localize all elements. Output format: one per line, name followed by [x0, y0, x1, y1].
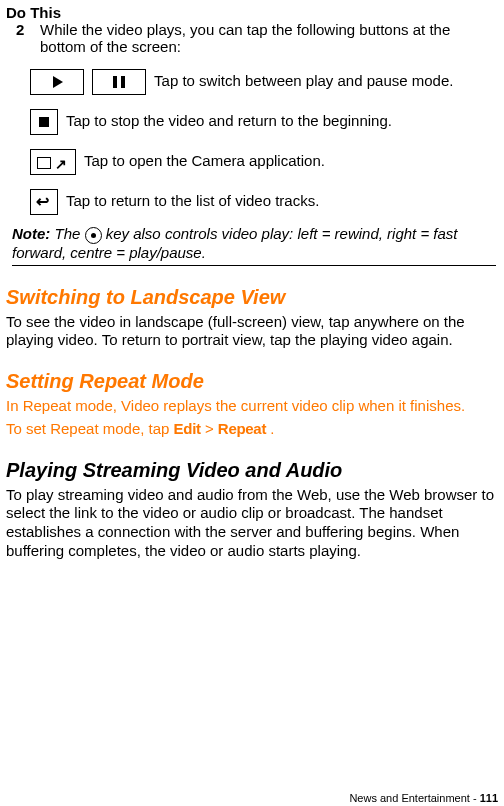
step-text: While the video plays, you can tap the f… — [40, 21, 496, 55]
do-this-label: Do This — [6, 4, 90, 21]
camera-icon[interactable]: ↗ — [30, 149, 76, 175]
repeat-set-prefix: To set Repeat mode, tap — [6, 420, 174, 437]
play-icon[interactable] — [30, 69, 84, 95]
footer-text: News and Entertainment - — [349, 792, 479, 804]
return-row: ↩ Tap to return to the list of video tra… — [30, 189, 496, 215]
return-icon[interactable]: ↩ — [30, 189, 58, 215]
pause-icon[interactable] — [92, 69, 146, 95]
stop-row: Tap to stop the video and return to the … — [30, 109, 496, 135]
nav-key-icon — [85, 227, 102, 244]
note: Note: The key also controls video play: … — [12, 225, 496, 266]
heading-streaming: Playing Streaming Video and Audio — [6, 459, 496, 482]
landscape-body: To see the video in landscape (full-scre… — [6, 313, 496, 351]
repeat-period: . — [270, 420, 274, 437]
play-pause-row: Tap to switch between play and pause mod… — [30, 69, 496, 95]
camera-text: Tap to open the Camera application. — [84, 152, 325, 169]
footer-page: 111 — [480, 792, 498, 804]
do-this-row: Do This — [6, 4, 496, 21]
stop-icon[interactable] — [30, 109, 58, 135]
repeat-set: To set Repeat mode, tap Edit > Repeat . — [6, 420, 496, 439]
note-before: The — [55, 225, 85, 242]
camera-row: ↗ Tap to open the Camera application. — [30, 149, 496, 175]
play-pause-text: Tap to switch between play and pause mod… — [154, 72, 453, 89]
heading-repeat: Setting Repeat Mode — [6, 370, 496, 393]
repeat-intro: In Repeat mode, Video replays the curren… — [6, 397, 496, 416]
step-number: 2 — [16, 21, 30, 55]
streaming-body: To play streaming video and audio from t… — [6, 486, 496, 561]
footer: News and Entertainment - 111 — [349, 792, 498, 804]
heading-landscape: Switching to Landscape View — [6, 286, 496, 309]
stop-text: Tap to stop the video and return to the … — [66, 112, 392, 129]
return-text: Tap to return to the list of video track… — [66, 192, 319, 209]
step-2: 2 While the video plays, you can tap the… — [16, 21, 496, 55]
repeat-label: Repeat — [218, 420, 266, 437]
note-label: Note: — [12, 225, 50, 242]
edit-label: Edit — [174, 420, 201, 437]
gt-sep: > — [205, 420, 218, 437]
